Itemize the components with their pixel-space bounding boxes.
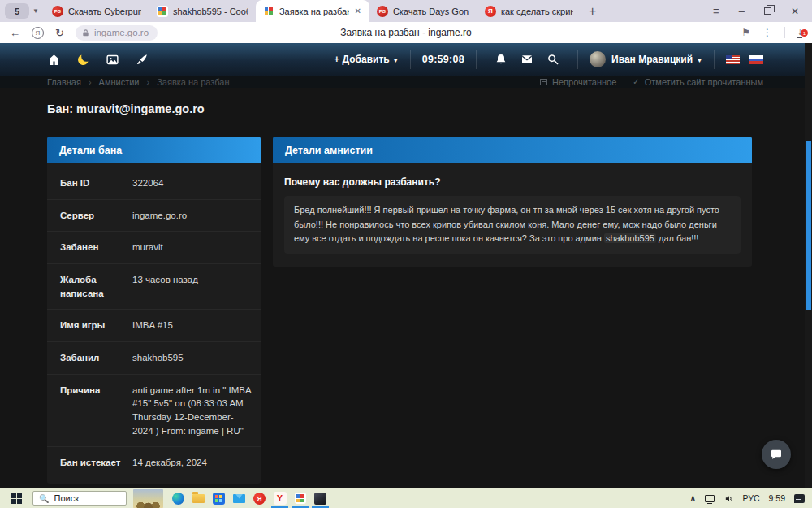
ban-details-body: Бан ID 322064 Сервер ingame.go.ro Забане…	[47, 163, 261, 484]
unread-filter[interactable]: Непрочитанное	[540, 77, 616, 87]
taskbar-edge-icon[interactable]	[168, 488, 188, 508]
username-label: Иван Мравицкий	[611, 54, 693, 65]
theme-brush-icon[interactable]	[135, 53, 149, 67]
row-value: 13 часов назад	[127, 273, 261, 300]
home-icon[interactable]	[47, 53, 61, 67]
bookmark-flag-icon[interactable]: ⚑	[741, 27, 750, 38]
taskbar-y-app-icon-active[interactable]: Y	[270, 488, 290, 508]
row-value: 322064	[127, 176, 261, 190]
breadcrumb-separator: ›	[89, 77, 92, 87]
taskbar-search-box[interactable]: 🔍 Поиск	[32, 491, 127, 506]
tab-list-chevron-icon[interactable]: ▼	[32, 7, 39, 15]
table-row: Забанен muravit	[47, 231, 261, 263]
divider	[410, 50, 411, 69]
amnesty-details-card: Детали амнистии Почему вас должны разбан…	[273, 137, 752, 267]
table-row: Бан ID 322064	[47, 167, 261, 199]
row-value: 14 декабря, 2024	[127, 456, 261, 470]
tab-days-gone[interactable]: FG Скачать Days Gone "Трей	[369, 0, 477, 22]
gallery-image-icon[interactable]	[106, 53, 119, 67]
minimize-button[interactable]: –	[739, 5, 745, 17]
start-button[interactable]	[0, 488, 32, 508]
table-row: Причина anti game after 1m in " IMBA #15…	[47, 374, 261, 447]
forum-favicon	[263, 6, 274, 17]
close-button[interactable]: ✕	[791, 6, 799, 17]
taskbar-dark-app-icon-active[interactable]	[310, 488, 330, 508]
extensions-menu-icon[interactable]: ⋮	[762, 27, 772, 38]
taskbar-forum-app-icon-active[interactable]	[290, 488, 310, 508]
news-widget-thumbnail[interactable]	[133, 489, 163, 508]
divider	[784, 27, 785, 38]
table-row: Жалоба написана 13 часов назад	[47, 263, 261, 309]
amnesty-answer-text: Бред полнейший!!! Я первый пришел на точ…	[284, 196, 741, 254]
user-avatar[interactable]	[590, 51, 606, 67]
chat-bubble-icon	[770, 448, 783, 461]
lock-icon	[81, 28, 90, 37]
row-value: ingame.go.ro	[127, 209, 261, 223]
tab-title: Скачать Days Gone "Трей	[393, 7, 469, 16]
taskbar-store-icon[interactable]	[209, 488, 229, 508]
tab-shakhob595[interactable]: shakhob595 - Сообщить о	[149, 0, 256, 22]
url-field[interactable]: ingame.go.ro	[76, 25, 158, 41]
tray-expand-chevron-icon[interactable]: ∧	[690, 494, 696, 502]
tab-title: Заявка на разбан - inga	[279, 7, 349, 16]
page-scrollbar-track[interactable]	[805, 43, 812, 488]
divider	[577, 50, 578, 69]
browser-tab-bar: 5 ▼ FG Скачать Cyberpunk 2077 shakhob595…	[0, 0, 812, 22]
admin-mention[interactable]: shakhob595	[604, 233, 656, 243]
ban-details-card: Детали бана Бан ID 322064 Сервер ingame.…	[47, 137, 261, 484]
table-row: Бан истекает 14 декабря, 2024	[47, 446, 261, 479]
browser-menu-icon[interactable]: ≡	[713, 5, 719, 17]
row-label: Имя игры	[47, 319, 127, 332]
breadcrumb-home[interactable]: Главная	[47, 77, 81, 87]
notifications-bell-icon[interactable]	[495, 53, 508, 66]
navbar-right: + Добавить ▼ 09:59:08 Иван Мравицкий ▼	[334, 50, 763, 69]
breadcrumb-current: Заявка на разбан	[157, 77, 229, 87]
amnesty-details-body: Почему вас должны разбанить? Бред полней…	[273, 163, 752, 267]
user-menu[interactable]: Иван Мравицкий ▼	[611, 54, 702, 65]
page-content: Бан: muravit@ingame.go.ro Детали бана Ба…	[0, 88, 812, 484]
tab-close-icon[interactable]: ✕	[354, 7, 362, 15]
back-button-icon[interactable]: ←	[10, 27, 20, 39]
row-value: muravit	[127, 241, 261, 254]
row-label: Жалоба написана	[47, 273, 127, 300]
tab-screenshot-howto[interactable]: Я как сделать скриншот на	[477, 0, 581, 22]
page-scrollbar-thumb[interactable]	[806, 141, 811, 310]
taskbar-file-explorer-icon[interactable]	[188, 488, 209, 508]
russian-language-flag[interactable]	[749, 55, 763, 64]
chat-fab-button[interactable]	[762, 440, 791, 469]
tab-unban-request-active[interactable]: Заявка на разбан - inga ✕	[256, 0, 369, 22]
ban-details-header: Детали бана	[47, 137, 261, 163]
taskbar-yandex-browser-icon[interactable]: Я	[249, 488, 270, 508]
restore-button[interactable]	[764, 7, 771, 15]
add-button-label: + Добавить	[334, 54, 389, 65]
add-content-button[interactable]: + Добавить ▼	[334, 54, 398, 65]
network-icon[interactable]	[705, 495, 715, 502]
row-label: Бан истекает	[47, 456, 127, 470]
mark-site-read-button[interactable]: ✓ Отметить сайт прочитанным	[633, 77, 763, 87]
taskbar-mail-icon[interactable]	[229, 488, 249, 508]
tab-counter-button[interactable]: 5	[5, 3, 29, 19]
night-mode-moon-icon[interactable]	[76, 53, 90, 67]
english-language-flag[interactable]	[726, 55, 740, 64]
tab-cyberpunk[interactable]: FG Скачать Cyberpunk 2077	[45, 0, 149, 22]
tray-clock[interactable]: 9:59	[769, 493, 785, 503]
row-value: IMBA #15	[127, 319, 261, 332]
server-clock: 09:59:08	[422, 54, 464, 65]
downloads-icon[interactable]: ↓ 1	[797, 27, 802, 38]
mark-read-label: Отметить сайт прочитанным	[645, 77, 763, 87]
breadcrumb-amnesties[interactable]: Амнистии	[99, 77, 140, 87]
messages-envelope-icon[interactable]	[520, 53, 533, 66]
row-value: anti game after 1m in " IMBA #15" 5v5" o…	[127, 384, 261, 438]
row-value: shakhob595	[127, 351, 261, 365]
new-tab-button[interactable]: +	[589, 4, 596, 19]
site-navbar: + Добавить ▼ 09:59:08 Иван Мравицкий ▼	[0, 43, 812, 76]
volume-icon[interactable]	[723, 494, 734, 503]
yandex-profile-icon[interactable]: Я	[32, 27, 44, 39]
keyboard-language[interactable]: РУС	[743, 493, 760, 503]
row-label: Забанил	[47, 351, 127, 365]
search-icon[interactable]	[546, 53, 559, 66]
notification-center-icon[interactable]	[794, 494, 805, 503]
refresh-icon[interactable]: ↻	[55, 27, 64, 39]
table-row: Имя игры IMBA #15	[47, 309, 261, 341]
address-bar: ← Я ↻ ingame.go.ro Заявка на разбан - in…	[0, 22, 812, 43]
